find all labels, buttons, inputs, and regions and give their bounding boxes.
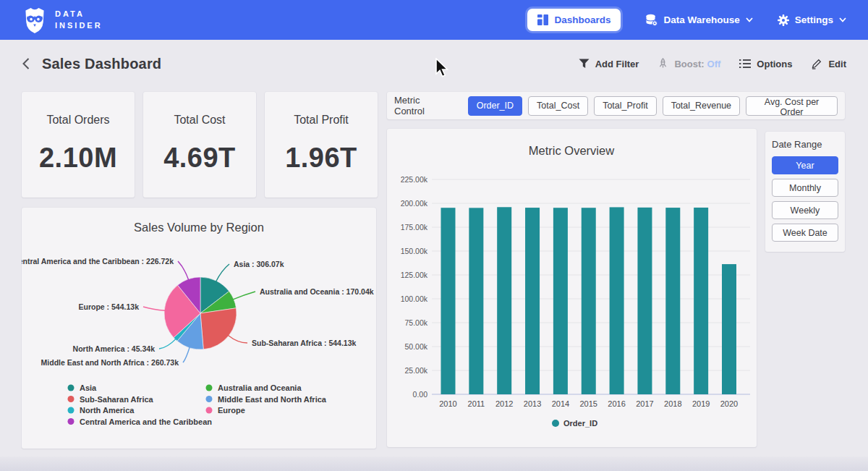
bar-2013[interactable] [525, 208, 540, 394]
metric-option-order-id[interactable]: Order_ID [468, 96, 522, 116]
kpi-value: 4.69T [163, 143, 236, 174]
legend-dot-europe[interactable] [206, 407, 213, 414]
pie-leader-line [216, 264, 229, 281]
sales-volume-pie-chart: Sales Volume by RegionAsia : 306.07kAust… [22, 208, 376, 449]
date-range-buttons: YearMonthlyWeeklyWeek Date [772, 156, 838, 242]
pie-slice-sub-saharan-africa[interactable] [200, 308, 237, 349]
legend-dot-australia-and-oceania[interactable] [206, 385, 213, 391]
legend-label-middle-east-and-north-africa[interactable]: Middle East and North Africa [218, 395, 327, 404]
y-tick-225-00k: 225.00k [401, 175, 428, 184]
date-range-option-weekly[interactable]: Weekly [772, 201, 838, 219]
legend-label-europe[interactable]: Europe [218, 406, 245, 415]
x-label-2014: 2014 [552, 399, 569, 408]
legend-dot-asia[interactable] [68, 385, 75, 391]
legend-dot-sub-saharan-africa[interactable] [68, 396, 75, 402]
list-icon [739, 59, 751, 69]
bar-2011[interactable] [469, 208, 483, 394]
bar-2016[interactable] [610, 207, 624, 394]
pie-label-asia: Asia : 306.07k [234, 260, 284, 268]
x-label-2018: 2018 [664, 399, 681, 408]
dashboards-label: Dashboards [554, 14, 610, 25]
x-label-2013: 2013 [524, 399, 541, 408]
bar-2012[interactable] [497, 207, 511, 394]
metric-control-label: Metric Control [394, 95, 452, 116]
y-tick-75-00k: 75.00k [404, 318, 427, 327]
date-range-label: Date Range [772, 139, 838, 150]
date-range-panel: Date Range YearMonthlyWeeklyWeek Date [765, 132, 845, 252]
bar-2019[interactable] [694, 208, 708, 394]
chevron-down-icon [746, 17, 753, 22]
pie-label-sub-saharan-africa: Sub-Saharan Africa : 544.13k [252, 339, 356, 347]
legend-label-north-america[interactable]: North America [80, 406, 135, 415]
logo-text: DATA INSIDER [55, 9, 103, 32]
settings-label: Settings [795, 14, 833, 25]
navbar-menu: Dashboards Data Warehouse [527, 9, 846, 31]
bar-2018[interactable] [665, 208, 680, 394]
bar-legend-dot[interactable] [552, 420, 559, 427]
y-tick-150-00k: 150.00k [401, 247, 428, 255]
pie-leader-line [159, 339, 176, 349]
x-label-2012: 2012 [495, 399, 513, 408]
kpi-value: 1.96T [285, 143, 357, 174]
y-tick-50-00k: 50.00k [404, 342, 427, 351]
dashboards-button[interactable]: Dashboards [527, 9, 621, 31]
y-tick-100-00k: 100.00k [401, 294, 428, 303]
metric-option-total-profit[interactable]: Total_Profit [594, 96, 657, 116]
x-label-2020: 2020 [720, 399, 738, 408]
metric-option-total-cost[interactable]: Total_Cost [528, 96, 588, 116]
legend-dot-central-america-and-the-caribbean[interactable] [68, 418, 75, 425]
logo-line-1: DATA [55, 9, 103, 20]
pie-leader-line [228, 335, 247, 343]
pie-label-central-america-and-the-caribbean: Central America and the Caribbean : 226.… [22, 257, 174, 266]
boost-toggle[interactable]: Boost: Off [658, 58, 720, 69]
legend-label-asia[interactable]: Asia [80, 383, 97, 392]
legend-label-sub-saharan-africa[interactable]: Sub-Saharan Africa [80, 395, 154, 404]
bar-2010[interactable] [441, 208, 456, 394]
pie-chart-card: Sales Volume by RegionAsia : 306.07kAust… [22, 208, 376, 449]
metric-overview-bar-chart: Metric Overview0.0025.00k50.00k75.00k100… [387, 129, 757, 447]
top-navbar: DATA INSIDER Dashboards [0, 0, 868, 40]
bar-2020[interactable] [722, 264, 736, 394]
data-warehouse-label: Data Warehouse [663, 14, 739, 25]
metric-control-bar: Metric Control Order_IDTotal_CostTotal_P… [387, 92, 845, 119]
metric-option-total-revenue[interactable]: Total_Revenue [663, 96, 740, 116]
x-label-2016: 2016 [608, 399, 625, 408]
metric-control-buttons: Order_IDTotal_CostTotal_ProfitTotal_Reve… [468, 96, 838, 116]
options-button[interactable]: Options [739, 59, 792, 69]
kpi-card-total-cost: Total Cost4.69T [143, 92, 256, 198]
date-range-option-week-date[interactable]: Week Date [772, 224, 838, 242]
pie-leader-line [178, 261, 189, 280]
logo[interactable]: DATA INSIDER [22, 7, 103, 34]
bar-2017[interactable] [637, 208, 652, 394]
options-label: Options [757, 59, 792, 69]
settings-menu[interactable]: Settings [778, 14, 846, 26]
back-button[interactable] [22, 57, 30, 70]
boost-label: Boost: [674, 59, 704, 69]
pie-leader-line [143, 307, 165, 310]
rocket-icon [658, 58, 668, 69]
pie-label-north-america: North America : 45.34k [73, 344, 156, 353]
metric-option-avg-cost-per-order[interactable]: Avg. Cost per Order [746, 96, 838, 116]
edit-button[interactable]: Edit [811, 59, 846, 69]
dashboards-icon [537, 14, 548, 25]
x-label-2019: 2019 [692, 399, 710, 408]
date-range-option-year[interactable]: Year [772, 156, 838, 174]
add-filter-button[interactable]: Add Filter [579, 59, 639, 69]
date-range-option-monthly[interactable]: Monthly [772, 179, 838, 197]
kpi-label: Total Cost [174, 114, 225, 127]
gear-icon [778, 14, 789, 26]
legend-dot-middle-east-and-north-africa[interactable] [206, 396, 213, 402]
chevron-down-icon [839, 17, 846, 22]
legend-dot-north-america[interactable] [68, 407, 75, 414]
bar-chart-card: Metric Overview0.0025.00k50.00k75.00k100… [387, 129, 757, 447]
legend-label-australia-and-oceania[interactable]: Australia and Oceania [218, 383, 302, 392]
y-tick-0-00: 0.00 [413, 390, 428, 399]
bar-2014[interactable] [553, 208, 568, 394]
page-header: Sales Dashboard Add Filter Boost: Off [0, 40, 868, 88]
legend-label-central-america-and-the-caribbean[interactable]: Central America and the Caribbean [80, 417, 212, 426]
bar-2015[interactable] [582, 208, 596, 394]
pie-chart-title: Sales Volume by Region [134, 221, 264, 234]
edit-label: Edit [828, 59, 846, 69]
bar-legend-label[interactable]: Order_ID [563, 419, 597, 428]
data-warehouse-menu[interactable]: Data Warehouse [645, 14, 752, 26]
